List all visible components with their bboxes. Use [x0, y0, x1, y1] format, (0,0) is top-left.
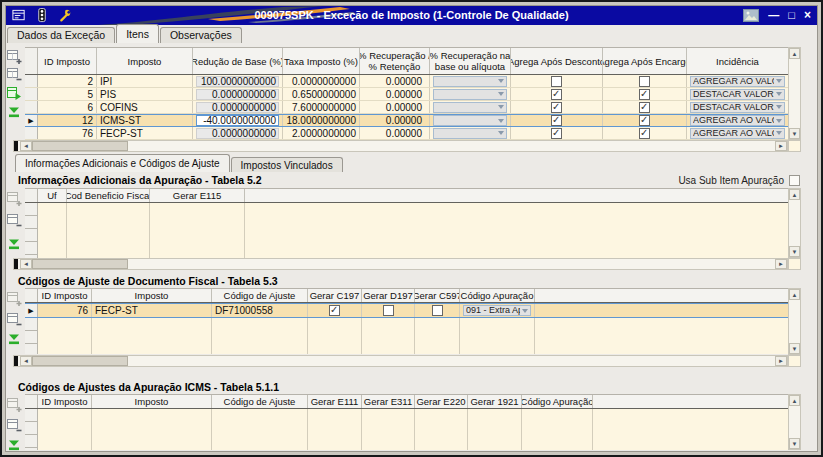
cell-recuperacao[interactable]: 0.00000: [360, 115, 430, 126]
imposto-row[interactable]: ▶ 2 IPI 100.0000000000 0.0000000000 0.00…: [25, 75, 788, 88]
cell-recuperacao[interactable]: 0.00000: [360, 127, 430, 139]
imposto-row[interactable]: ▶ 5 PIS 0.0000000000 0.6500000000 0.0000…: [25, 88, 788, 101]
cell-codigo-ajuste[interactable]: DF71000558: [212, 304, 308, 317]
col-header-gerar-c597[interactable]: Gerar C597: [415, 289, 460, 302]
tabela52-grid-body[interactable]: [25, 203, 788, 258]
cell-recuperacao[interactable]: 0.00000: [360, 88, 430, 100]
cell-agrega-desconto[interactable]: [511, 75, 603, 87]
scrollbar-track[interactable]: [789, 200, 800, 246]
tabela52-h-scrollbar[interactable]: ◄ ►: [13, 258, 788, 270]
scrollbar-track[interactable]: [789, 406, 800, 438]
col-header-imposto[interactable]: Imposto: [97, 48, 193, 74]
scrollbar-splitter[interactable]: [14, 356, 18, 366]
col-header-gerar-1921[interactable]: Gerar 1921: [468, 395, 522, 408]
cell-reducao[interactable]: -40.0000000000: [193, 115, 283, 126]
col-header-gerar-e311[interactable]: Gerar E311: [362, 395, 415, 408]
scrollbar-thumb[interactable]: [32, 259, 128, 269]
empty-column[interactable]: [415, 409, 468, 450]
cell-recuperacao[interactable]: 0.00000: [360, 75, 430, 87]
scroll-right-button[interactable]: ►: [775, 356, 787, 366]
row-indicator[interactable]: ▶: [25, 115, 38, 126]
scrollbar-track[interactable]: [128, 356, 775, 366]
col-header-gerar-e115[interactable]: Gerar E115: [150, 189, 245, 202]
col-header-gerar-c197[interactable]: Gerar C197: [308, 289, 362, 302]
tabela53-h-scrollbar[interactable]: ◄ ►: [13, 355, 788, 367]
cell-taxa[interactable]: 2.0000000000: [283, 127, 360, 139]
scrollbar-thumb[interactable]: [32, 356, 128, 366]
tabela52-v-scrollbar[interactable]: ▲ ▼: [788, 188, 801, 258]
cell-agrega-desconto[interactable]: [511, 101, 603, 113]
scroll-right-button[interactable]: ►: [775, 141, 787, 151]
scrollbar-splitter[interactable]: [14, 259, 18, 269]
agrega-desconto-checkbox[interactable]: [551, 89, 562, 100]
cell-agrega-encargo[interactable]: [603, 75, 687, 87]
cell-recuperacao[interactable]: 0.00000: [360, 101, 430, 113]
empty-rows-area[interactable]: [25, 318, 788, 354]
cell-gerar-d197[interactable]: [362, 304, 415, 317]
row-indicator[interactable]: [25, 318, 37, 331]
cell-incidencia[interactable]: DESTACAR VALOR DO I: [687, 88, 788, 100]
add-row-icon[interactable]: [6, 190, 22, 206]
row-indicator[interactable]: [25, 331, 37, 344]
col-header-codigo-ajuste[interactable]: Código de Ajuste: [212, 289, 308, 302]
col-header-codigo-apuracao[interactable]: Código Apuração: [460, 289, 535, 302]
col-header-taxa[interactable]: Taxa Imposto (%): [283, 48, 360, 74]
scroll-up-button[interactable]: ▲: [789, 189, 800, 200]
delete-row-icon[interactable]: [6, 212, 22, 228]
row-indicator[interactable]: ▶: [25, 304, 38, 317]
recuperacao-base-dropdown[interactable]: [433, 115, 507, 126]
scroll-down-button[interactable]: ▼: [789, 246, 800, 257]
agrega-encargo-checkbox[interactable]: [639, 102, 650, 113]
row-indicator[interactable]: [25, 344, 37, 354]
col-header-codigo-ajuste[interactable]: Código de Ajuste: [212, 395, 308, 408]
incidencia-dropdown[interactable]: AGREGAR AO VALOR TO: [690, 76, 785, 87]
agrega-encargo-checkbox[interactable]: [639, 128, 650, 139]
row-indicator[interactable]: [25, 435, 37, 448]
gerar-c597-checkbox[interactable]: [432, 305, 443, 316]
cell-gerar-c597[interactable]: [415, 304, 460, 317]
reducao-editor[interactable]: 0.0000000000: [196, 102, 279, 113]
empty-column[interactable]: [212, 318, 308, 354]
col-header-agrega-encargo[interactable]: Agrega Após Encargo: [603, 48, 687, 74]
scrollbar-track[interactable]: [128, 259, 775, 269]
scroll-down-button[interactable]: ▼: [789, 128, 800, 139]
cell-imposto[interactable]: PIS: [97, 88, 193, 100]
cell-reducao[interactable]: 0.0000000000: [193, 88, 283, 100]
col-header-recuperacao-base[interactable]: % Recuperação na base ou alíquota: [430, 48, 511, 74]
add-row-icon[interactable]: [6, 290, 22, 306]
reducao-editor[interactable]: 100.0000000000: [196, 76, 279, 87]
col-header-reducao[interactable]: Redução de Base (%): [193, 48, 283, 74]
cell-agrega-desconto[interactable]: [511, 127, 603, 139]
scroll-down-button[interactable]: ▼: [789, 343, 800, 354]
cell-taxa[interactable]: 7.6000000000: [283, 101, 360, 113]
recuperacao-base-dropdown[interactable]: [433, 102, 507, 113]
col-header-cod-beneficio[interactable]: Cod Beneficio Fiscal: [67, 189, 150, 202]
scrollbar-track[interactable]: [789, 300, 800, 343]
cell-reducao[interactable]: 0.0000000000: [193, 101, 283, 113]
cell-recuperacao-base[interactable]: [430, 88, 511, 100]
incidencia-dropdown[interactable]: AGREGAR AO VALOR TO: [690, 128, 785, 139]
gerar-d197-checkbox[interactable]: [383, 305, 394, 316]
agrega-desconto-checkbox[interactable]: [551, 128, 562, 139]
scrollbar-track[interactable]: [789, 59, 800, 128]
empty-column[interactable]: [212, 409, 308, 450]
tab-observacoes[interactable]: Observações: [160, 27, 242, 43]
reducao-editor[interactable]: 0.0000000000: [196, 89, 279, 100]
goto-last-record-icon[interactable]: [6, 437, 22, 453]
delete-row-icon[interactable]: [6, 417, 22, 433]
col-header-agrega-desconto[interactable]: Agrega Após Desconto: [511, 48, 603, 74]
col-header-uf[interactable]: Uf: [38, 189, 67, 202]
cell-imposto[interactable]: FECP-ST: [97, 127, 193, 139]
minimize-button[interactable]: —: [768, 8, 779, 23]
cell-imposto[interactable]: FECP-ST: [92, 304, 212, 317]
imposto-row[interactable]: ▶ 12 ICMS-ST -40.0000000000 18.000000000…: [25, 114, 788, 127]
empty-column[interactable]: [38, 318, 92, 354]
gerar-c197-checkbox[interactable]: [329, 305, 340, 316]
cell-agrega-encargo[interactable]: [603, 115, 687, 126]
empty-column[interactable]: [308, 318, 362, 354]
picture-icon[interactable]: [743, 9, 759, 22]
cell-reducao[interactable]: 0.0000000000: [193, 127, 283, 139]
goto-last-record-icon[interactable]: [6, 331, 22, 347]
row-indicator[interactable]: [25, 422, 37, 435]
cell-codigo-apuracao[interactable]: 091 - Extra Ap: [460, 304, 535, 317]
